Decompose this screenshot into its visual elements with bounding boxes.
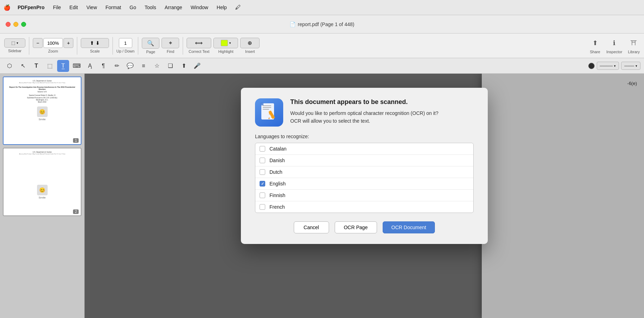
- toolbar: ⬚ ▾ Sidebar − 100% + Zoom ⬆ ⬇ Scale Up /…: [0, 33, 644, 58]
- dialog-body-line2: OCR will allow you to select the text.: [290, 118, 370, 124]
- insert-button[interactable]: ⊕: [240, 38, 260, 48]
- chevron-down-icon: ▾: [17, 41, 18, 45]
- thumb-date-1: March 2019: [6, 101, 78, 103]
- page-input-field[interactable]: [119, 38, 132, 48]
- thumb-volume-1: Volume I of II: [6, 91, 78, 93]
- language-name-finnish: Finnish: [269, 192, 285, 198]
- thumbnail-page-1[interactable]: U.S. Department of Justice Attorney Work…: [3, 77, 81, 145]
- tool-type-icon-btn[interactable]: Ą: [84, 60, 96, 72]
- thumbnail-page-2[interactable]: U.S. Department of Justice Attorney Work…: [3, 148, 81, 216]
- menu-go[interactable]: Go: [126, 3, 140, 12]
- line-width-chevron-icon: ▾: [636, 64, 637, 68]
- ocr-document-button[interactable]: OCR Document: [383, 221, 435, 233]
- tool-text-icon-btn[interactable]: T: [30, 60, 42, 72]
- zoom-in-button[interactable]: +: [63, 38, 73, 48]
- pdf-area: -6(e): [85, 74, 644, 318]
- window-title: 📄 report.pdf (Page 1 of 448): [290, 22, 354, 27]
- tool-select-rect-icon-btn[interactable]: ⬚: [44, 60, 56, 72]
- highlight-button[interactable]: ▾: [213, 38, 238, 48]
- page-icon: 🔍: [147, 40, 154, 47]
- smile-label-1: Smile: [38, 118, 45, 121]
- tool-sign-icon-btn[interactable]: ❑: [164, 60, 176, 72]
- language-item-french[interactable]: French: [255, 201, 473, 213]
- scale-button[interactable]: ⬆ ⬇: [81, 38, 109, 48]
- line-style-selector[interactable]: ──── ▾: [597, 62, 619, 70]
- correct-text-button[interactable]: ⟺: [187, 38, 211, 48]
- checkbox-dutch[interactable]: [260, 169, 265, 175]
- zoom-label: Zoom: [48, 49, 58, 53]
- menu-file[interactable]: File: [49, 3, 65, 12]
- checkbox-french[interactable]: [260, 204, 265, 210]
- svg-rect-2: [263, 107, 271, 108]
- menu-edit[interactable]: Edit: [66, 3, 81, 12]
- menu-window[interactable]: Window: [187, 3, 212, 12]
- zoom-controls: − 100% +: [33, 38, 73, 48]
- sidebar-label: Sidebar: [8, 49, 22, 53]
- pdf-file-icon: 📄: [290, 22, 296, 27]
- sidebar-panel: U.S. Department of Justice Attorney Work…: [0, 74, 85, 318]
- menu-arrange[interactable]: Arrange: [161, 3, 186, 12]
- language-item-danish[interactable]: Danish: [255, 155, 473, 166]
- tool-table-icon-btn[interactable]: ≡: [138, 60, 150, 72]
- toolbar-sidebar-group: ⬚ ▾ Sidebar: [4, 38, 25, 53]
- dialog-body-line1: Would you like to perform optical charac…: [290, 110, 438, 116]
- language-list: Catalan Danish Dutch Engli: [255, 143, 474, 213]
- thumb-subheader-2: Attorney Work Product • May Contain Mate…: [6, 153, 78, 155]
- tool-edit-text-icon-btn[interactable]: T̲: [57, 60, 69, 72]
- toolbar-library-group[interactable]: ⛩ Library: [628, 37, 640, 54]
- color-selector[interactable]: [588, 63, 595, 69]
- tool-arrow-icon-btn[interactable]: ⬡: [4, 60, 16, 72]
- ocr-page-button[interactable]: OCR Page: [335, 221, 377, 233]
- toolbar-separator-4: [138, 37, 138, 55]
- tool-format-icon-btn[interactable]: ¶: [97, 60, 109, 72]
- language-item-finnish[interactable]: Finnish: [255, 190, 473, 201]
- minimize-button[interactable]: [13, 22, 18, 27]
- toolbar-separator-2: [77, 37, 77, 55]
- correct-text-icon: ⟺: [195, 40, 203, 46]
- menu-help[interactable]: Help: [213, 3, 230, 12]
- cancel-button[interactable]: Cancel: [294, 221, 329, 233]
- smile-label-2: Smile: [38, 196, 45, 199]
- language-item-english[interactable]: English: [255, 178, 473, 190]
- find-button[interactable]: ⌖: [162, 38, 179, 48]
- checkbox-danish[interactable]: [260, 158, 265, 163]
- checkbox-english[interactable]: [260, 181, 265, 186]
- tool-stamp-icon-btn[interactable]: ☆: [151, 60, 163, 72]
- tool-select-icon-btn[interactable]: ↖: [17, 60, 29, 72]
- menu-tools[interactable]: Tools: [141, 3, 160, 12]
- language-name-catalan: Catalan: [269, 146, 286, 152]
- dialog-body: Would you like to perform optical charac…: [290, 109, 438, 125]
- find-icon: ⌖: [169, 40, 172, 46]
- toolbar-share-group[interactable]: ⬆ Share: [589, 37, 601, 54]
- language-item-catalan[interactable]: Catalan: [255, 143, 473, 155]
- close-button[interactable]: [6, 22, 11, 27]
- toolbar-insert-group: ⊕ Insert: [240, 38, 260, 54]
- tool-draw-icon-btn[interactable]: ✏: [111, 60, 123, 72]
- line-width-selector[interactable]: ─── ▾: [621, 62, 640, 70]
- menu-format[interactable]: Format: [102, 3, 124, 12]
- menu-pencil-icon[interactable]: 🖊: [232, 3, 244, 12]
- traffic-lights: [6, 22, 26, 27]
- checkbox-finnish[interactable]: [260, 192, 265, 198]
- page-button[interactable]: 🔍: [142, 38, 159, 49]
- checkbox-catalan[interactable]: [260, 146, 265, 152]
- toolbar-zoom-group: − 100% + Zoom: [33, 38, 73, 53]
- sidebar-button[interactable]: ⬚ ▾: [4, 38, 25, 48]
- zoom-out-button[interactable]: −: [33, 38, 43, 48]
- language-item-dutch[interactable]: Dutch: [255, 166, 473, 178]
- line-style-icon: ────: [600, 63, 613, 68]
- up-down-label: Up / Down: [116, 49, 134, 53]
- toolbar-inspector-group[interactable]: ℹ Inspector: [606, 37, 622, 54]
- menu-view[interactable]: View: [83, 3, 101, 12]
- tool-ocr-icon-btn[interactable]: ⌨: [71, 60, 83, 72]
- inspector-icon: ℹ: [609, 37, 620, 49]
- highlight-color-icon: [221, 40, 228, 46]
- tool-comment-icon-btn[interactable]: 💬: [124, 60, 136, 72]
- share-icon: ⬆: [589, 37, 601, 49]
- dialog-app-icon: [255, 98, 283, 127]
- maximize-button[interactable]: [21, 22, 26, 27]
- tool-image-icon-btn[interactable]: ⬆: [178, 60, 190, 72]
- menu-app-name[interactable]: PDFpenPro: [14, 3, 48, 12]
- apple-logo-icon[interactable]: 🍎: [4, 4, 11, 11]
- tool-audio-icon-btn[interactable]: 🎤: [191, 60, 203, 72]
